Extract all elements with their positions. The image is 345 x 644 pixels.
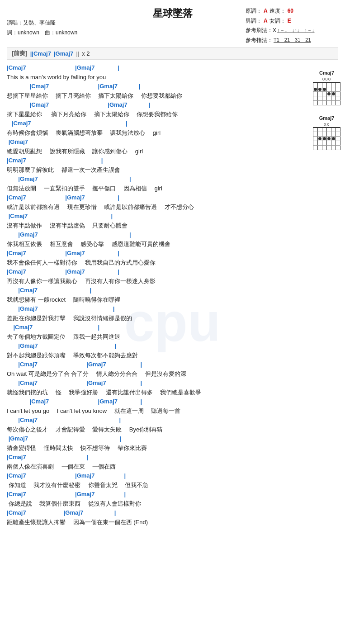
- lyric-line: I can't let you go I can't let you know …: [7, 407, 338, 416]
- chord-line: |Gmaj7 |: [7, 230, 338, 239]
- lyric-line: 差距在你總是對我打擊 我說沒得情緒那是假的: [7, 314, 338, 323]
- chord-line: |Cmaj7 |Gmaj7 |: [7, 508, 338, 517]
- lyric-line: 再沒有人像你一樣讓我動心 再沒有人有你一樣迷人身影: [7, 277, 338, 286]
- lyric-line: 有時候你會煩惱 喪氣滿腦想著放棄 讓我無法放心 girl: [7, 128, 338, 137]
- lyric-line: 沒有半點做作 沒有半點虛偽 只要耐心體會: [7, 221, 338, 230]
- lyric-line: 總愛胡思亂想 說我有所隱藏 讓你感到傷心 girl: [7, 147, 338, 156]
- lyric-line: 但無法放開 一直緊扣的雙手 撫平傷口 因為相信 girl: [7, 184, 338, 193]
- speed-value: 60: [288, 6, 293, 16]
- lyric-line: 猜會變得怪 怪時間太快 快不想等待 帶你來比賽: [7, 444, 338, 453]
- chord-line: |Gmaj7 |: [7, 434, 338, 443]
- gmaj7-diagram: Gmaj7 xx: [313, 115, 340, 151]
- chord-line: |Gmaj7 |: [7, 175, 338, 184]
- lyric-line: 去了每個地方截圖定位 跟我一起共同進退: [7, 332, 338, 341]
- intro-repeat: x 2: [82, 50, 90, 57]
- chord-line: |Cmaj7 |: [7, 416, 338, 425]
- lyric-line: 你總是說 我算個什麼東西 從沒有人會這樣對你: [7, 499, 338, 508]
- cmaj7-diagram: Cmaj7 ooo: [313, 70, 340, 105]
- original-key-label: 原調：: [246, 6, 262, 16]
- lyric-line: 摘下星星給你 摘下月亮給你 摘下太陽給你 你想要我都給你: [7, 110, 338, 119]
- chord-diagram-area: Cmaj7 ooo: [313, 70, 340, 150]
- chord-line: |Cmaj7 |: [7, 156, 338, 165]
- intro-chord-2: |Gmaj7: [54, 50, 73, 57]
- original-key-value: A: [264, 6, 268, 16]
- female-key-label: 女調：: [269, 16, 286, 26]
- ref-finger-label: 參考指法：: [246, 36, 273, 46]
- lyric-line: This is a man's world by falling for you: [7, 73, 338, 82]
- singer-meta: 演唱：艾熱、李佳隆: [7, 18, 99, 28]
- chord-line: |Cmaj7 |Gmaj7 |: [7, 397, 338, 406]
- chord-line: |Cmaj7 |Gmaj7 |: [7, 490, 338, 499]
- song-title: 星球墜落: [99, 5, 246, 20]
- header: 演唱：艾熱、李佳隆 詞：unknown 曲：unknown 星球墜落 原調： A…: [7, 5, 338, 45]
- lyric-line: 或許是以前都擁有過 現在更珍惜 或許是以前都痛苦過 才不想分心: [7, 203, 338, 212]
- chord-line: |Cmaj7 |Gmaj7 |: [7, 379, 338, 388]
- intro-bracket: [前奏]: [12, 49, 28, 57]
- gmaj7-label: Gmaj7: [313, 115, 340, 121]
- male-key-label: 男調：: [246, 16, 262, 26]
- lyric-line: 你我相互依偎 相互意會 感受心靠 感恩這難能可貴的機會: [7, 240, 338, 249]
- lyric-line: 我就想擁有 一艘rocket 隨時曉得你在哪裡: [7, 295, 338, 304]
- lyric-line: 我不會像任何人一樣對待你 我用我自己的方式用心愛你: [7, 258, 338, 267]
- lyric-line: Oh wait 可是總是分了合 合了分 情人總分分合合 但是沒有愛的深: [7, 369, 338, 379]
- intro-bar: [前奏] ||Cmaj7 |Gmaj7 || x 2: [7, 47, 338, 60]
- intro-chord-1: ||Cmaj7: [30, 50, 51, 57]
- lyric-line: 每次傷心之後才 才會記得愛 愛得太失敗 Bye你別再猜: [7, 425, 338, 434]
- chord-line: |Cmaj7 |: [7, 323, 338, 332]
- chord-line: |Cmaj7 |: [7, 286, 338, 295]
- ref-strum-patterns: ↑－↓ ↓↑↓ ↑－↓: [277, 26, 315, 35]
- ref-finger-patterns: T1 21 31 21: [274, 36, 311, 46]
- lyrics-meta: 詞：unknown 曲：unknown: [7, 28, 99, 38]
- chord-line: |Cmaj7 |Gmaj7 |: [7, 82, 338, 91]
- chord-line: |Cmaj7 |: [7, 212, 338, 221]
- lyric-line: 你知道 我才沒有什麼秘密 你聲音太兇 但我不急: [7, 481, 338, 490]
- song-body: |Cmaj7 |Gmaj7 |This is a man's world by …: [7, 63, 338, 526]
- chord-line: |Gmaj7: [7, 137, 338, 147]
- chord-line: |Cmaj7 |Gmaj7 |: [7, 471, 338, 480]
- chord-line: |Cmaj7 |Gmaj7 |: [7, 63, 338, 72]
- cmaj7-label: Cmaj7: [313, 70, 340, 76]
- chord-line: |Cmaj7 |Gmaj7 |: [7, 193, 338, 202]
- chord-line: |Cmaj7 |Gmaj7 |: [7, 249, 338, 258]
- ref-strum-label: 參考刷法：X: [246, 26, 276, 36]
- chord-line: |Cmaj7 |: [7, 453, 338, 462]
- chord-line: |Gmaj7 |: [7, 304, 338, 313]
- chord-line: |Cmaj7 |Gmaj7 |: [7, 360, 338, 369]
- female-key-value: E: [288, 16, 291, 26]
- chord-line: |Cmaj7 |: [7, 119, 338, 128]
- male-key-value: A: [264, 16, 268, 26]
- chord-line: |Cmaj7 |Gmaj7 |: [7, 100, 338, 109]
- lyric-line: 距離產生懷疑讓人抑鬱 因為一個在東一個在西 (End): [7, 518, 338, 527]
- chord-line: |Gmaj7 |: [7, 341, 338, 350]
- speed-label: 速度：: [269, 6, 286, 16]
- lyric-line: 想摘下星星給你 摘下月亮給你 摘下太陽給你 你想要我都給你: [7, 91, 338, 100]
- lyric-line: 就怪我們挖的坑 怪 我爭強好勝 還有比誰付出得多 我們總是喜歡爭: [7, 388, 338, 397]
- lyric-line: 明明那麼了解彼此 卻還一次一次產生誤會: [7, 166, 338, 175]
- chord-line: |Cmaj7 |Gmaj7 |: [7, 267, 338, 276]
- lyric-line: 兩個人像在演喜劇 一個在東 一個在西: [7, 462, 338, 471]
- intro-divider: ||: [76, 50, 79, 57]
- page: 演唱：艾熱、李佳隆 詞：unknown 曲：unknown 星球墜落 原調： A…: [0, 0, 345, 531]
- lyric-line: 對不起我總是跟你頂嘴 導致每次都不能夠去應對: [7, 351, 338, 360]
